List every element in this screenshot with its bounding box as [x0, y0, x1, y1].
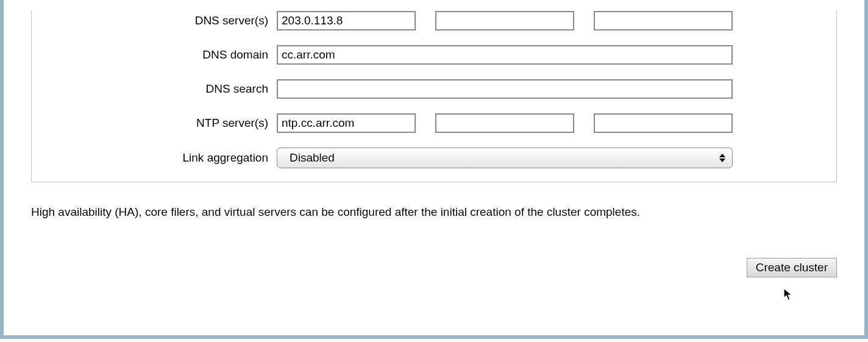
dns-search-fields [277, 79, 824, 99]
dns-domain-input[interactable] [277, 45, 733, 65]
post-create-note: High availability (HA), core filers, and… [31, 205, 864, 219]
ntp-servers-label: NTP server(s) [44, 116, 277, 130]
ntp-servers-row: NTP server(s) [44, 113, 824, 133]
dns-domain-fields [277, 45, 824, 65]
dropdown-caret-icon [719, 154, 726, 162]
dns-search-row: DNS search [44, 79, 824, 99]
dns-servers-row: DNS server(s) [44, 11, 824, 30]
network-config-panel: DNS server(s) DNS domain DNS search NTP … [31, 11, 837, 182]
dns-domain-row: DNS domain [44, 45, 824, 65]
mouse-cursor-icon [783, 288, 794, 302]
link-aggregation-fields: Disabled [277, 148, 824, 168]
create-cluster-button[interactable]: Create cluster [747, 258, 837, 277]
dns-domain-label: DNS domain [44, 48, 277, 62]
dns-search-label: DNS search [44, 82, 277, 96]
link-aggregation-selected-value: Disabled [290, 151, 335, 165]
dns-servers-label: DNS server(s) [44, 14, 277, 27]
dns-server-3-input[interactable] [594, 11, 733, 30]
link-aggregation-select[interactable]: Disabled [277, 148, 733, 168]
ntp-servers-fields [277, 113, 824, 133]
ntp-server-2-input[interactable] [435, 113, 574, 133]
dns-server-1-input[interactable] [277, 11, 416, 30]
page-frame: DNS server(s) DNS domain DNS search NTP … [0, 0, 868, 339]
dns-search-input[interactable] [277, 79, 733, 99]
ntp-server-1-input[interactable] [277, 113, 416, 133]
link-aggregation-row: Link aggregation Disabled [44, 148, 824, 168]
ntp-server-3-input[interactable] [594, 113, 733, 133]
button-row: Create cluster [4, 258, 837, 277]
dns-servers-fields [277, 11, 824, 30]
link-aggregation-label: Link aggregation [44, 151, 277, 165]
dns-server-2-input[interactable] [435, 11, 574, 30]
